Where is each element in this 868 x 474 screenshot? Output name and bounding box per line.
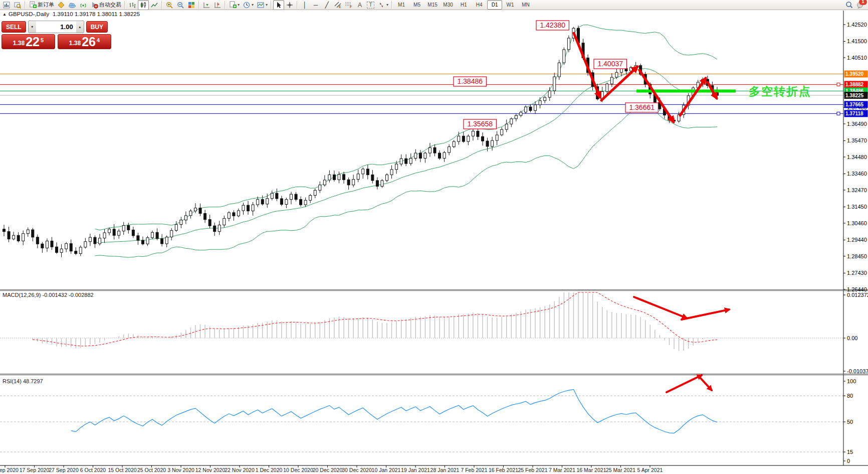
timeframe-d1[interactable]: D1 [487, 0, 502, 10]
fibonacci-tool[interactable]: F [343, 0, 354, 10]
vertical-line-tool[interactable]: │ [299, 0, 310, 10]
rsi-label: RSI(14) 48.7297 [3, 378, 43, 384]
candle-body [194, 208, 197, 211]
y-axis-tick-label: 1.28450 [847, 253, 867, 259]
buy-price-point: 4 [97, 37, 100, 43]
y-axis-tick-label: 1.29440 [847, 237, 867, 243]
trend-arrow[interactable] [680, 78, 706, 115]
candle-body [70, 244, 72, 251]
fibo-letter: F [350, 5, 352, 9]
y-axis-tick-label: 1.30460 [847, 220, 867, 226]
candle-body [409, 159, 412, 164]
line-chart-icon [150, 1, 158, 9]
trend-arrow[interactable] [682, 309, 729, 320]
arrow-objects-icon [377, 1, 385, 9]
chevron-down-icon: ▾ [386, 3, 388, 7]
volume-decrease-button[interactable]: ▼ [29, 21, 36, 33]
volume-increase-button[interactable]: ▲ [76, 21, 84, 33]
notifications-icon[interactable]: 1 [856, 1, 864, 9]
candle-body [524, 107, 527, 112]
new-chart-dropdown[interactable]: ▾ [227, 0, 241, 10]
sell-price-button[interactable]: 1.38 22 5 [2, 34, 55, 49]
trend-arrow[interactable] [634, 297, 687, 318]
toolbar-separator [198, 1, 199, 9]
bars-icon [128, 1, 136, 9]
cursor-tool-button[interactable] [273, 0, 284, 10]
channel-tool[interactable]: E [332, 0, 343, 10]
candle-body [189, 211, 192, 216]
new-order-button[interactable]: 新订单 [27, 0, 56, 10]
chevron-down-icon: ▾ [266, 3, 268, 7]
candle-body [567, 38, 570, 50]
price-chart[interactable]: 1.425201.415001.405101.374801.364901.354… [0, 0, 868, 474]
metaeditor-button[interactable] [56, 0, 67, 10]
crosshair-tool-button[interactable] [284, 0, 295, 10]
signals-button[interactable] [78, 0, 89, 10]
candle-body [60, 249, 63, 252]
autotrading-button[interactable]: 自动交易 [89, 0, 123, 10]
candle-body [108, 229, 111, 233]
market-button[interactable] [67, 0, 78, 10]
tile-windows-button[interactable] [186, 0, 197, 10]
timeframe-h1[interactable]: H1 [456, 0, 471, 10]
sell-button[interactable]: SELL [2, 21, 26, 33]
periods-dropdown[interactable]: ▾ [241, 0, 255, 10]
timeframe-m15[interactable]: M15 [425, 0, 440, 10]
line-selection-marker [837, 112, 840, 115]
search-icon[interactable] [845, 1, 853, 9]
candle-body [218, 225, 221, 232]
market-watch-button[interactable] [12, 0, 23, 10]
metaeditor-icon [57, 1, 65, 9]
candle-body [448, 147, 451, 152]
turning-point-annotation[interactable]: 多空转折点 [749, 85, 811, 98]
timeframe-m1[interactable]: M1 [394, 0, 409, 10]
candle-body [419, 153, 421, 159]
timeframe-m5[interactable]: M5 [409, 0, 424, 10]
new-chart-icon [229, 1, 237, 9]
auto-scroll-button[interactable] [201, 0, 212, 10]
volume-input[interactable] [36, 21, 76, 33]
candle-body [467, 136, 470, 141]
text-label-tool[interactable]: T [365, 0, 376, 10]
zoom-out-icon [176, 1, 184, 9]
timeframe-m30[interactable]: M30 [441, 0, 456, 10]
zoom-out-button[interactable] [175, 0, 186, 10]
candle-body [233, 213, 235, 216]
candle-body [548, 91, 551, 97]
candle-body [8, 232, 10, 239]
signals-icon [79, 1, 87, 9]
candlestick-mode-button[interactable] [138, 0, 149, 10]
notification-badge: 1 [859, 0, 867, 5]
price-badge-value: 1.38882 [845, 82, 864, 87]
candle-body [79, 247, 82, 254]
toolbar-separator [25, 1, 26, 9]
new-chart-window-button[interactable] [1, 0, 12, 10]
timeframe-h4[interactable]: H4 [472, 0, 487, 10]
trend-arrow[interactable] [701, 378, 712, 390]
timeframe-mn[interactable]: MN [518, 0, 533, 10]
rsi-scale-label: 50 [847, 419, 853, 425]
horizontal-line-tool[interactable]: ─ [310, 0, 321, 10]
text-tool[interactable]: A [354, 0, 365, 10]
timeframe-w1[interactable]: W1 [503, 0, 518, 10]
zoom-in-button[interactable] [164, 0, 175, 10]
candle-body [290, 194, 293, 200]
label-letter: T [369, 3, 372, 8]
trend-arrow[interactable] [667, 375, 702, 392]
trend-arrow[interactable] [639, 70, 674, 122]
buy-button[interactable]: BUY [86, 21, 108, 33]
candle-body [295, 194, 297, 200]
chart-shift-button[interactable] [212, 0, 223, 10]
candle-body [300, 200, 302, 205]
line-chart-mode-button[interactable] [149, 0, 160, 10]
candle-body [477, 131, 479, 136]
bar-chart-mode-button[interactable] [127, 0, 138, 10]
arrows-dropdown[interactable]: ▾ [376, 0, 390, 10]
x-axis-date-label: 6 Oct 2020 [80, 467, 106, 473]
price-annotation-value: 1.38486 [457, 77, 483, 85]
trendline-tool[interactable]: ╱ [321, 0, 332, 10]
templates-dropdown[interactable]: ▾ [255, 0, 269, 10]
buy-price-button[interactable]: 1.38 26 4 [58, 34, 111, 49]
candle-body [338, 175, 340, 180]
chart-collapse-icon[interactable]: ▲ [3, 12, 7, 17]
